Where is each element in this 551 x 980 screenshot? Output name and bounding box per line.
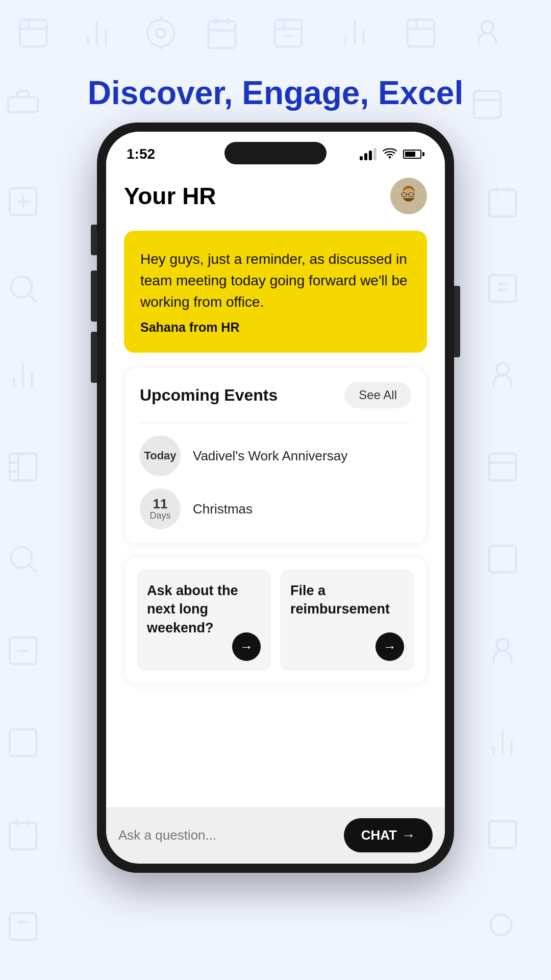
phone-button-vol-up bbox=[91, 271, 97, 322]
bg-icon bbox=[5, 87, 41, 122]
bg-icon bbox=[485, 541, 520, 577]
events-divider bbox=[140, 423, 411, 423]
svg-line-45 bbox=[30, 566, 37, 573]
svg-rect-42 bbox=[489, 454, 516, 481]
bg-icon bbox=[79, 15, 115, 51]
arrow-right-icon-2: → bbox=[383, 639, 396, 655]
status-icons bbox=[360, 147, 424, 161]
bg-icon bbox=[485, 633, 520, 669]
bg-icon bbox=[15, 15, 51, 51]
svg-rect-46 bbox=[489, 546, 516, 573]
bg-icon bbox=[5, 357, 41, 393]
bg-icon bbox=[270, 15, 306, 51]
phone-frame: 1:52 bbox=[97, 122, 454, 873]
announcement-card: Hey guys, just a reminder, as discussed … bbox=[124, 231, 427, 353]
bg-icon bbox=[337, 15, 372, 51]
event-badge-days-label: Days bbox=[149, 511, 170, 521]
avatar[interactable] bbox=[390, 178, 427, 214]
event-badge-number: 11 bbox=[153, 497, 168, 511]
page-title: Discover, Engage, Excel bbox=[88, 74, 463, 112]
chat-arrow-icon: → bbox=[402, 827, 415, 843]
quick-action-reimbursement-button[interactable]: → bbox=[375, 632, 404, 661]
svg-rect-50 bbox=[10, 729, 37, 756]
svg-point-23 bbox=[481, 21, 493, 33]
signal-icon bbox=[360, 148, 377, 160]
svg-rect-0 bbox=[20, 20, 47, 47]
svg-point-44 bbox=[11, 547, 32, 568]
chat-label: CHAT bbox=[361, 827, 397, 843]
bg-icon bbox=[485, 271, 520, 306]
svg-rect-20 bbox=[408, 20, 435, 47]
phone-button-power bbox=[454, 286, 460, 357]
event-item-christmas: 11 Days Christmas bbox=[140, 488, 411, 529]
chat-button[interactable]: CHAT → bbox=[344, 818, 433, 852]
announcement-author: Sahana from HR bbox=[140, 320, 411, 335]
bg-icon bbox=[485, 184, 520, 219]
svg-point-6 bbox=[156, 29, 165, 38]
svg-rect-29 bbox=[489, 190, 516, 217]
svg-point-7 bbox=[147, 20, 174, 47]
event-badge-11days: 11 Days bbox=[140, 488, 181, 529]
svg-rect-24 bbox=[474, 91, 501, 118]
svg-rect-14 bbox=[275, 20, 302, 47]
bg-icon bbox=[5, 633, 41, 669]
bottom-input-bar: CHAT → bbox=[106, 807, 445, 864]
phone-screen: 1:52 bbox=[106, 132, 445, 864]
see-all-button[interactable]: See All bbox=[344, 382, 411, 408]
svg-line-33 bbox=[30, 296, 37, 302]
bg-icon bbox=[143, 15, 179, 51]
events-card: Upcoming Events See All Today Vadivel's … bbox=[124, 367, 427, 544]
phone-button-vol-down bbox=[91, 332, 97, 383]
bg-icon bbox=[5, 541, 41, 577]
svg-rect-58 bbox=[10, 913, 37, 940]
bg-icon bbox=[485, 449, 520, 485]
question-input[interactable] bbox=[118, 827, 336, 843]
bg-icon bbox=[469, 15, 505, 51]
event-item: Today Vadivel's Work Anniversay bbox=[140, 435, 411, 476]
bg-icon bbox=[5, 817, 41, 852]
battery-icon bbox=[403, 150, 424, 159]
status-time: 1:52 bbox=[127, 146, 155, 162]
app-title: Your HR bbox=[124, 182, 216, 210]
bg-icon bbox=[5, 725, 41, 761]
quick-action-weekend[interactable]: Ask about the next long weekend? → bbox=[137, 569, 271, 671]
bg-icon bbox=[485, 817, 520, 852]
quick-action-reimbursement-text: File a reimbursement bbox=[290, 581, 404, 619]
bg-icon bbox=[485, 909, 520, 944]
quick-action-reimbursement[interactable]: File a reimbursement → bbox=[280, 569, 414, 671]
arrow-right-icon: → bbox=[240, 639, 253, 655]
bg-icon bbox=[5, 909, 41, 944]
svg-rect-10 bbox=[209, 21, 236, 48]
event-name-christmas: Christmas bbox=[193, 501, 253, 517]
quick-action-weekend-text: Ask about the next long weekend? bbox=[147, 581, 261, 637]
svg-rect-54 bbox=[10, 823, 37, 850]
events-title: Upcoming Events bbox=[140, 386, 278, 405]
bg-icon bbox=[469, 87, 505, 122]
quick-actions-card: Ask about the next long weekend? → File … bbox=[124, 556, 427, 684]
svg-rect-41 bbox=[10, 454, 37, 481]
bg-icon bbox=[485, 725, 520, 761]
bg-icon bbox=[5, 271, 41, 306]
event-badge-text-today: Today bbox=[144, 450, 176, 462]
app-header: Your HR bbox=[124, 178, 427, 214]
svg-point-32 bbox=[11, 277, 32, 298]
events-header: Upcoming Events See All bbox=[140, 382, 411, 408]
bg-icon bbox=[403, 15, 439, 51]
wifi-icon bbox=[383, 147, 397, 161]
svg-point-61 bbox=[389, 157, 390, 158]
svg-point-40 bbox=[496, 363, 508, 375]
svg-rect-57 bbox=[489, 821, 516, 848]
bg-icon bbox=[485, 357, 520, 393]
quick-action-weekend-button[interactable]: → bbox=[232, 632, 261, 661]
bg-icon bbox=[5, 184, 41, 219]
screen-content: Your HR bbox=[106, 167, 445, 859]
phone-button-mute bbox=[91, 225, 97, 255]
bg-icon bbox=[204, 15, 240, 51]
svg-point-49 bbox=[496, 639, 508, 651]
dynamic-island bbox=[224, 142, 327, 164]
bg-icon bbox=[5, 449, 41, 485]
event-name-anniversary: Vadivel's Work Anniversay bbox=[193, 448, 347, 464]
svg-point-60 bbox=[491, 915, 512, 936]
svg-rect-34 bbox=[489, 275, 516, 302]
event-badge-today: Today bbox=[140, 435, 181, 476]
